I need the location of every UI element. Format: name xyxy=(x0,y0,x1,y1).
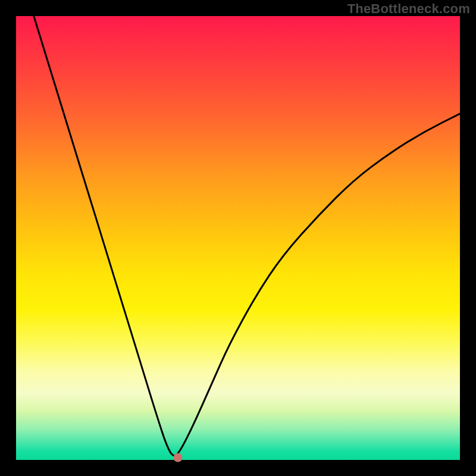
bottleneck-curve-path xyxy=(34,16,460,456)
bottleneck-curve-svg xyxy=(16,16,460,460)
watermark-text: TheBottleneck.com xyxy=(347,1,470,17)
chart-frame: TheBottleneck.com xyxy=(0,0,476,476)
minimum-marker-dot xyxy=(174,453,183,462)
